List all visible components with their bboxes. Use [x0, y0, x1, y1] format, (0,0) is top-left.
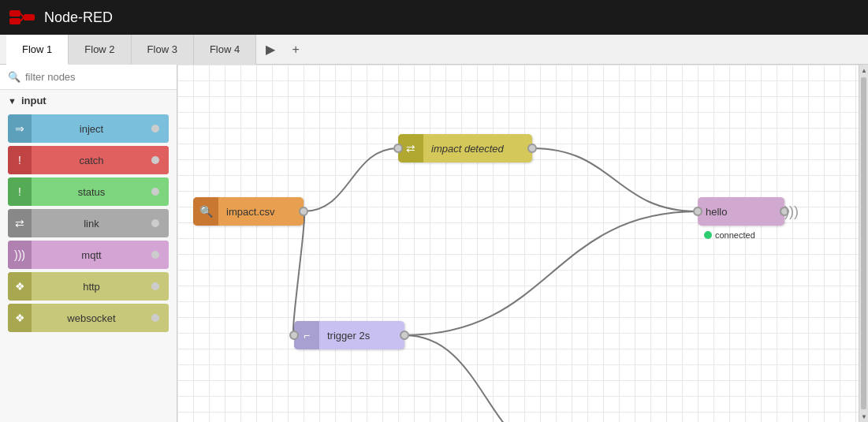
hello-label: hello	[698, 206, 735, 218]
websocket-label: websocket	[32, 312, 151, 324]
tab-scroll-right-button[interactable]: ▶	[259, 39, 281, 61]
svg-line-4	[20, 17, 24, 21]
sidebar-node-catch[interactable]: ! catch	[8, 146, 169, 174]
sidebar-scroll: ▼ input ⇒ inject ! catch ! status ⇄ link	[0, 90, 177, 422]
impact-detected-port-right[interactable]	[527, 144, 537, 153]
mqtt-label: mqtt	[32, 249, 151, 261]
content-area: 🔍 ▼ input ⇒ inject ! catch ! status	[0, 65, 868, 422]
app-logo: Node-RED	[9, 7, 113, 28]
impact-csv-label: impact.csv	[218, 206, 282, 218]
node-red-logo-icon	[9, 7, 38, 28]
impact-csv-port-right[interactable]	[299, 207, 308, 216]
canvas-node-trigger-2s[interactable]: ⌐trigger 2s	[294, 321, 404, 349]
sidebar-node-websocket[interactable]: ❖ websocket	[8, 304, 169, 332]
link-port	[151, 219, 159, 227]
status-label: status	[32, 186, 151, 198]
wire-2	[532, 148, 698, 211]
section-label: input	[21, 95, 47, 106]
inject-port	[151, 125, 159, 133]
catch-label: catch	[32, 155, 151, 166]
status-icon: !	[8, 177, 32, 206]
sidebar-node-inject[interactable]: ⇒ inject	[8, 114, 169, 143]
link-icon: ⇄	[8, 209, 32, 237]
status-port	[151, 188, 159, 196]
mqtt-port	[151, 251, 159, 259]
scroll-down-button[interactable]: ▼	[859, 411, 868, 422]
svg-rect-1	[9, 18, 20, 24]
link-label: link	[32, 218, 151, 230]
sidebar: 🔍 ▼ input ⇒ inject ! catch ! status	[0, 65, 177, 422]
connected-text: connected	[715, 230, 755, 240]
catch-icon: !	[8, 146, 32, 174]
sidebar-node-status[interactable]: ! status	[8, 177, 169, 206]
filter-input-container: 🔍	[0, 65, 177, 90]
wire-0	[304, 148, 398, 211]
impact-detected-label: impact detected	[423, 143, 512, 155]
filter-nodes-input[interactable]	[25, 71, 169, 83]
impact-detected-port-left[interactable]	[393, 144, 403, 153]
sidebar-node-mqtt[interactable]: ))) mqtt	[8, 241, 169, 269]
connected-dot-icon	[704, 231, 712, 239]
sidebar-nodes-list: ⇒ inject ! catch ! status ⇄ link ))) mqt…	[0, 114, 177, 332]
svg-rect-0	[9, 10, 20, 17]
http-label: http	[32, 281, 151, 293]
canvas-node-hello[interactable]: hello)))	[698, 197, 784, 226]
tab-flow2[interactable]: Flow 2	[69, 35, 131, 65]
app-title: Node-RED	[44, 9, 113, 26]
scroll-thumb[interactable]	[861, 77, 866, 409]
mqtt-icon: )))	[8, 241, 32, 269]
add-tab-button[interactable]: +	[285, 39, 307, 61]
hello-right-icon: )))	[784, 204, 799, 220]
websocket-port	[151, 314, 159, 322]
wire-1	[293, 211, 304, 335]
inject-icon: ⇒	[8, 114, 32, 143]
sidebar-node-link[interactable]: ⇄ link	[8, 209, 169, 237]
tab-flow1[interactable]: Flow 1	[6, 35, 69, 65]
canvas-node-impact-csv[interactable]: 🔍impact.csv	[193, 197, 304, 226]
trigger-2s-port-right[interactable]	[400, 331, 409, 340]
tab-actions: ▶ +	[259, 39, 307, 61]
http-port	[151, 282, 159, 290]
scroll-up-button[interactable]: ▲	[859, 65, 868, 76]
titlebar: Node-RED	[0, 0, 868, 35]
tab-bar: Flow 1 Flow 2 Flow 3 Flow 4 ▶ +	[0, 35, 868, 65]
hello-port-left[interactable]	[693, 207, 702, 216]
input-section-header[interactable]: ▼ input	[0, 90, 177, 111]
websocket-icon: ❖	[8, 304, 32, 332]
inject-label: inject	[32, 123, 151, 135]
main-container: Flow 1 Flow 2 Flow 3 Flow 4 ▶ + 🔍 ▼	[0, 35, 868, 422]
tab-flow3[interactable]: Flow 3	[132, 35, 194, 65]
wires-layer	[177, 65, 859, 422]
trigger-2s-port-left[interactable]	[289, 331, 299, 340]
svg-rect-2	[24, 14, 35, 21]
chevron-icon: ▼	[8, 96, 17, 106]
canvas-node-impact-detected[interactable]: ⇄impact detected	[398, 134, 532, 162]
impact-csv-icon: 🔍	[193, 197, 218, 226]
sidebar-node-http[interactable]: ❖ http	[8, 272, 169, 301]
tab-flow4[interactable]: Flow 4	[194, 35, 256, 65]
right-scrollbar[interactable]: ▲ ▼	[859, 65, 868, 422]
wire-3	[404, 211, 698, 335]
wire-4	[404, 335, 568, 422]
http-icon: ❖	[8, 272, 32, 301]
connected-status: connected	[704, 230, 755, 240]
svg-line-3	[20, 13, 24, 17]
catch-port	[151, 156, 159, 164]
flow-canvas[interactable]: connected 🔍impact.csv⇄impact detected⌐tr…	[177, 65, 859, 422]
trigger-2s-label: trigger 2s	[319, 330, 378, 342]
filter-search-icon: 🔍	[8, 71, 20, 83]
